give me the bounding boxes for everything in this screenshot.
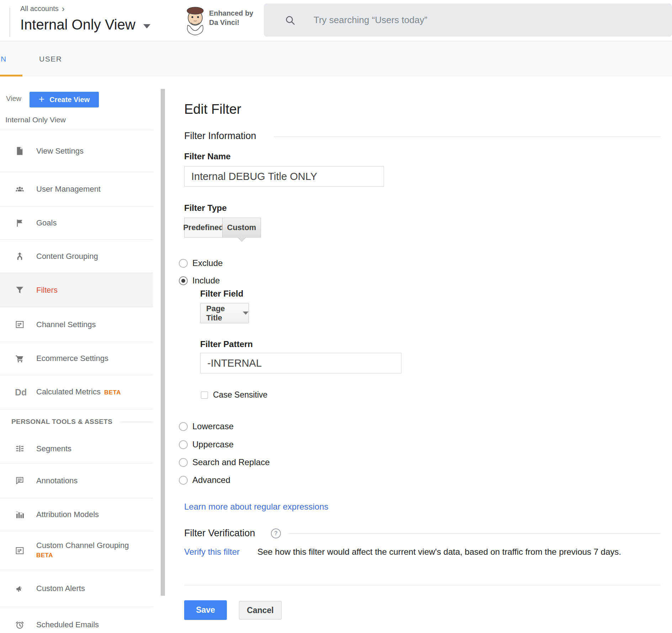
view-selector[interactable]: Internal Only View (20, 17, 150, 33)
search-bar[interactable] (264, 4, 672, 37)
enhanced-by-text: Enhanced by Da Vinci! (209, 9, 253, 27)
section-divider (289, 533, 661, 534)
regex-learn-more-link[interactable]: Learn more about regular expressions (184, 502, 329, 512)
breadcrumb[interactable]: All accounts › (20, 5, 65, 13)
footer-divider (184, 585, 661, 585)
predefined-tab[interactable]: Predefined (184, 218, 222, 238)
verify-description: See how this filter would affect the cur… (257, 547, 621, 557)
save-button[interactable]: Save (184, 600, 227, 620)
filter-field-value: Page Title (206, 304, 236, 323)
include-label: Include (192, 276, 220, 286)
advanced-radio-row[interactable]: Advanced (179, 475, 230, 485)
advanced-radio[interactable] (179, 476, 188, 485)
da-vinci-avatar (185, 6, 206, 36)
main-content: Edit Filter Filter Information Filter Na… (0, 0, 672, 633)
search-replace-label: Search and Replace (192, 457, 270, 467)
custom-tab[interactable]: Custom (222, 218, 261, 238)
page-title: Internal Only View (20, 17, 135, 33)
exclude-radio[interactable] (179, 259, 188, 268)
filter-pattern-label: Filter Pattern (200, 339, 253, 349)
filter-verification-header: Filter Verification (184, 528, 255, 539)
uppercase-label: Uppercase (192, 440, 234, 450)
chevron-right-icon: › (62, 5, 65, 12)
verify-filter-link[interactable]: Verify this filter (184, 547, 240, 557)
search-replace-radio[interactable] (179, 458, 188, 467)
filter-name-input[interactable] (184, 166, 384, 187)
app-header: All accounts › Internal Only View Enhanc… (0, 0, 672, 41)
dropdown-caret-icon (243, 312, 249, 315)
filter-type-toggle: Predefined Custom (184, 218, 261, 238)
filter-field-dropdown[interactable]: Page Title (200, 303, 249, 323)
cancel-button[interactable]: Cancel (239, 601, 282, 619)
lowercase-radio[interactable] (179, 422, 188, 431)
filter-field-label: Filter Field (200, 289, 243, 299)
exclude-radio-row[interactable]: Exclude (179, 258, 223, 268)
case-sensitive-row[interactable]: Case Sensitive (201, 390, 267, 400)
header-divider (10, 8, 10, 37)
advanced-label: Advanced (192, 475, 230, 485)
include-radio[interactable] (179, 276, 188, 285)
case-sensitive-label: Case Sensitive (213, 390, 267, 400)
uppercase-radio[interactable] (179, 440, 188, 449)
selected-tab-notch (237, 233, 246, 241)
filter-type-label: Filter Type (184, 203, 227, 213)
uppercase-radio-row[interactable]: Uppercase (179, 440, 234, 450)
search-input[interactable] (313, 14, 672, 26)
search-replace-radio-row[interactable]: Search and Replace (179, 457, 270, 467)
search-icon (284, 15, 296, 26)
lowercase-radio-row[interactable]: Lowercase (179, 421, 234, 431)
case-sensitive-checkbox[interactable] (201, 392, 208, 399)
exclude-label: Exclude (192, 258, 223, 268)
section-divider (274, 137, 661, 137)
chevron-down-icon (143, 24, 150, 28)
breadcrumb-all-accounts[interactable]: All accounts (20, 5, 59, 13)
help-icon[interactable]: ? (271, 528, 281, 538)
filter-pattern-input[interactable] (200, 353, 401, 373)
filter-information-header: Filter Information (184, 131, 256, 142)
lowercase-label: Lowercase (192, 421, 234, 431)
edit-filter-title: Edit Filter (184, 102, 241, 117)
include-radio-row[interactable]: Include (179, 276, 220, 286)
avatar-icon (185, 6, 206, 36)
filter-name-label: Filter Name (184, 151, 231, 161)
